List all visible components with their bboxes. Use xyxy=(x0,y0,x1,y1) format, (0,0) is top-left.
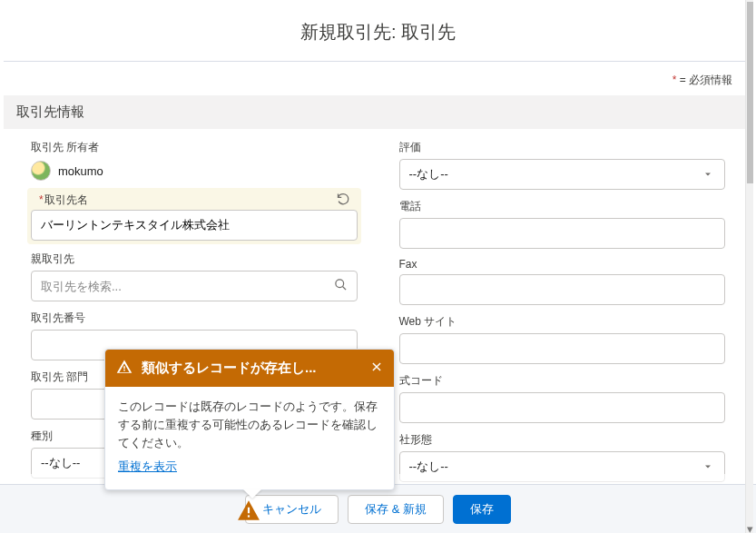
required-legend: * = 必須情報 xyxy=(0,62,756,88)
duplicate-popover: 類似するレコードが存在し... このレコードは既存のレコードのようです。保存する… xyxy=(104,349,395,490)
field-parent-account: 親取引先 xyxy=(31,252,358,301)
svg-line-1 xyxy=(342,287,345,290)
rating-select[interactable]: --なし-- xyxy=(399,159,726,190)
svg-point-0 xyxy=(335,280,343,288)
save-button[interactable]: 保存 xyxy=(453,495,511,524)
search-icon xyxy=(334,278,348,294)
scroll-down-icon[interactable]: ▾ xyxy=(746,524,754,533)
stock-code-input[interactable] xyxy=(399,392,726,423)
label-owner: 取引先 所有者 xyxy=(31,140,358,155)
popover-message: このレコードは既存のレコードのようです。保存する前に重複する可能性のあるレコード… xyxy=(118,398,381,452)
svg-rect-4 xyxy=(248,508,250,514)
field-website: Web サイト xyxy=(399,314,726,364)
field-phone: 電話 xyxy=(399,199,726,249)
label-ownership: 社形態 xyxy=(399,432,726,448)
svg-rect-5 xyxy=(248,515,250,517)
field-rating: 評価 --なし-- xyxy=(399,140,726,190)
footer: キャンセル 保存 & 新規 保存 xyxy=(0,484,756,533)
fax-input[interactable] xyxy=(399,274,726,305)
view-duplicates-link[interactable]: 重複を表示 xyxy=(118,458,177,476)
label-stock-code: 式コード xyxy=(399,373,726,389)
page-title: 新規取引先: 取引先 xyxy=(0,0,756,61)
close-icon[interactable] xyxy=(370,360,383,376)
chevron-down-icon xyxy=(701,459,715,474)
warning-icon[interactable] xyxy=(237,498,260,522)
avatar xyxy=(31,161,51,181)
field-owner: 取引先 所有者 mokumo xyxy=(31,140,358,181)
label-parent-account: 親取引先 xyxy=(31,252,358,267)
phone-input[interactable] xyxy=(399,218,726,249)
label-account-number: 取引先番号 xyxy=(31,311,358,326)
popover-title: 類似するレコードが存在し... xyxy=(142,360,361,377)
warning-icon xyxy=(116,359,133,378)
account-name-input[interactable] xyxy=(31,210,358,241)
scrollbar-thumb[interactable] xyxy=(747,2,753,183)
label-website: Web サイト xyxy=(399,314,726,330)
save-and-new-button[interactable]: 保存 & 新規 xyxy=(348,495,444,524)
undo-icon[interactable] xyxy=(336,192,349,208)
label-fax: Fax xyxy=(399,258,726,271)
label-rating: 評価 xyxy=(399,140,726,155)
vertical-scrollbar[interactable]: ▴ ▾ xyxy=(745,0,753,533)
field-fax: Fax xyxy=(399,258,726,305)
field-account-name: *取引先名 xyxy=(31,190,358,242)
required-star: * xyxy=(673,74,677,86)
owner-name: mokumo xyxy=(58,164,103,178)
field-stock-code: 式コード xyxy=(399,373,726,423)
parent-account-combobox[interactable] xyxy=(31,271,358,301)
chevron-down-icon xyxy=(701,167,715,182)
section-title-account-info: 取引先情報 xyxy=(4,95,752,129)
website-input[interactable] xyxy=(399,333,726,364)
label-phone: 電話 xyxy=(399,199,726,214)
label-account-name: *取引先名 xyxy=(39,192,88,208)
